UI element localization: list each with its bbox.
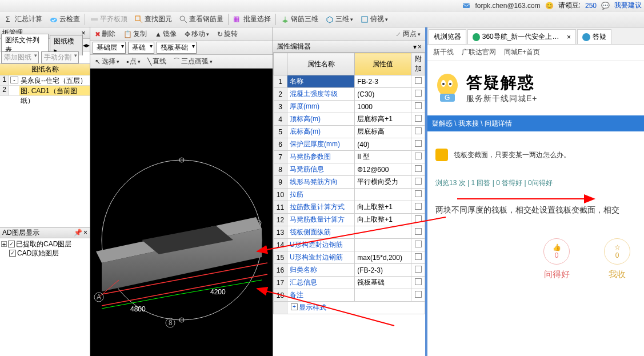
prop-add-checkbox[interactable] (411, 126, 425, 138)
prop-add-checkbox[interactable] (411, 289, 425, 302)
prop-add-checkbox[interactable] (411, 201, 425, 214)
property-row[interactable]: 11 拉筋数量计算方式 向上取整+1 (274, 201, 425, 214)
list-item[interactable]: 2 图. CAD1（当前图纸） (0, 86, 90, 96)
property-row[interactable]: 10 拉筋 (274, 189, 425, 201)
prop-value[interactable]: (C30) (355, 88, 411, 101)
prop-add-checkbox[interactable] (411, 239, 425, 251)
property-row[interactable]: 8 马凳筋信息 Φ12@600 (274, 163, 425, 176)
prop-value[interactable]: FB-2-3 (355, 75, 411, 88)
property-row[interactable]: 12 马凳筋数量计算方 向上取整+1 (274, 214, 425, 226)
category-dropdown[interactable]: 基础 (128, 42, 154, 54)
prop-value[interactable]: (40) (355, 138, 411, 151)
3d-viewport[interactable]: 4800 4200 A 8 (90, 69, 273, 356)
property-row[interactable]: 9 线形马凳筋方向 平行横向受力 (274, 176, 425, 189)
delete-button[interactable]: ✖删除 (93, 28, 118, 40)
link[interactable]: 同城E+首页 (504, 47, 540, 57)
prop-value[interactable]: 筏板基础 (355, 277, 411, 289)
property-row[interactable]: 3 厚度(mm) 1000 (274, 101, 425, 113)
prop-add-checkbox[interactable] (411, 214, 425, 226)
property-row[interactable]: 5 底标高(m) 层底标高 (274, 126, 425, 138)
prop-add-checkbox[interactable] (411, 189, 425, 201)
close-tab-icon[interactable]: × (567, 33, 571, 41)
browser-tab[interactable]: 答疑 (577, 29, 611, 44)
prop-value[interactable]: 平行横向受力 (355, 176, 411, 189)
select-tool[interactable]: ↖选择▾ (93, 55, 122, 67)
find-element-button[interactable]: 查找图元 (132, 13, 174, 25)
property-row[interactable]: 4 顶标高(m) 层底标高+1 (274, 113, 425, 126)
3d-view-button[interactable]: 三维▾ (323, 13, 355, 25)
line-tool[interactable]: ╲直线 (145, 55, 169, 67)
close-icon[interactable]: × (83, 229, 87, 237)
list-item[interactable]: 1 - 吴永良--住宅（五层） (0, 75, 90, 86)
checkbox-icon[interactable]: ✓ (9, 250, 16, 257)
link[interactable]: 新干线 (433, 47, 454, 57)
floor-dropdown[interactable]: 基础层 (93, 42, 126, 54)
prop-value[interactable]: 向上取整+1 (355, 201, 411, 214)
prop-value[interactable]: (FB-2-3) (355, 264, 411, 277)
prop-add-checkbox[interactable] (411, 151, 425, 163)
tab-scroll-icon[interactable]: ◂▸ (83, 41, 90, 49)
prop-value[interactable]: 1000 (355, 101, 411, 113)
pin-icon[interactable]: 📌 (74, 229, 82, 237)
prop-add-checkbox[interactable] (411, 101, 425, 113)
prop-value[interactable] (355, 226, 411, 239)
vote-favorite[interactable]: ☆0 我收 (604, 238, 630, 280)
property-row[interactable]: 13 筏板侧面纵筋 (274, 226, 425, 239)
add-drawing-dropdown[interactable]: 添加图纸 (1, 51, 39, 63)
browser-tab[interactable]: 机浏览器 (429, 29, 466, 44)
prop-value[interactable]: 层底标高 (355, 126, 411, 138)
rebar-3d-button[interactable]: 钢筋三维 (278, 13, 321, 25)
browser-tab[interactable]: 360导航_新一代安全上网导航× (467, 29, 576, 44)
checkbox-icon[interactable]: ✓ (8, 241, 15, 247)
prop-add-checkbox[interactable] (411, 88, 425, 101)
suggest-link[interactable]: 我要建议 (614, 1, 642, 10)
two-point-button[interactable]: ⟋两点▾ (393, 28, 423, 40)
type-dropdown[interactable]: 筏板基础 (157, 42, 197, 54)
property-row[interactable]: 2 混凝土强度等级 (C30) (274, 88, 425, 101)
property-row[interactable]: 7 马凳筋参数图 II 型 (274, 151, 425, 163)
move-button[interactable]: ✥移动▾ (182, 28, 211, 40)
prop-add-checkbox[interactable] (411, 226, 425, 239)
property-row[interactable]: 6 保护层厚度(mm) (40) (274, 138, 425, 151)
prop-value[interactable]: II 型 (355, 151, 411, 163)
prop-add-checkbox[interactable] (411, 176, 425, 189)
rotate-button[interactable]: ↻旋转 (215, 28, 240, 40)
prop-add-checkbox[interactable] (411, 113, 425, 126)
link[interactable]: 广联达官网 (462, 47, 496, 57)
prop-add-checkbox[interactable] (411, 251, 425, 264)
property-row[interactable]: 18 备注 (274, 289, 425, 302)
prop-value[interactable]: 层底标高+1 (355, 113, 411, 126)
prop-add-checkbox[interactable] (411, 75, 425, 88)
batch-select-button[interactable]: ▦批量选择 (231, 13, 273, 25)
cloud-check-button[interactable]: 云检查 (47, 13, 82, 25)
prop-value[interactable] (355, 189, 411, 201)
show-style-toggle[interactable]: 显示样式 (290, 303, 326, 311)
prop-value[interactable]: Φ12@600 (355, 163, 411, 176)
top-view-button[interactable]: 俯视▾ (358, 13, 390, 25)
close-icon[interactable]: × (418, 43, 422, 51)
tree-item[interactable]: +✓已提取的CAD图层 (1, 239, 89, 249)
prop-value[interactable] (355, 289, 411, 302)
prop-value[interactable]: max(15*d,200) (355, 251, 411, 264)
prop-value[interactable]: 向上取整+1 (355, 214, 411, 226)
point-tool[interactable]: ▪点▾ (124, 55, 143, 67)
tree-item[interactable]: ✓CAD原始图层 (1, 249, 89, 258)
manual-split-dropdown[interactable]: 手动分割 (41, 51, 79, 63)
prop-add-checkbox[interactable] (411, 277, 425, 289)
prop-add-checkbox[interactable] (411, 163, 425, 176)
property-row[interactable]: 16 归类名称 (FB-2-3) (274, 264, 425, 277)
prop-add-checkbox[interactable] (411, 264, 425, 277)
property-row[interactable]: 15 U形构造封边钢筋 max(15*d,200) (274, 251, 425, 264)
sum-button[interactable]: Σ汇总计算 (2, 13, 45, 25)
property-row[interactable]: 1 名称 FB-2-3 (274, 75, 425, 88)
prop-add-checkbox[interactable] (411, 138, 425, 151)
level-button[interactable]: 平齐板顶 (87, 13, 130, 25)
pin-icon[interactable]: ▾ (413, 43, 417, 51)
property-row[interactable]: 17 汇总信息 筏板基础 (274, 277, 425, 289)
arc-tool[interactable]: ⌒三点画弧▾ (171, 55, 215, 67)
property-row[interactable]: 14 U形构造封边钢筋 (274, 239, 425, 251)
copy-button[interactable]: 📋复制 (121, 28, 149, 40)
mirror-button[interactable]: ▲镜像 (153, 28, 179, 40)
prop-value[interactable] (355, 239, 411, 251)
view-rebar-button[interactable]: 查看钢筋量 (177, 13, 226, 25)
